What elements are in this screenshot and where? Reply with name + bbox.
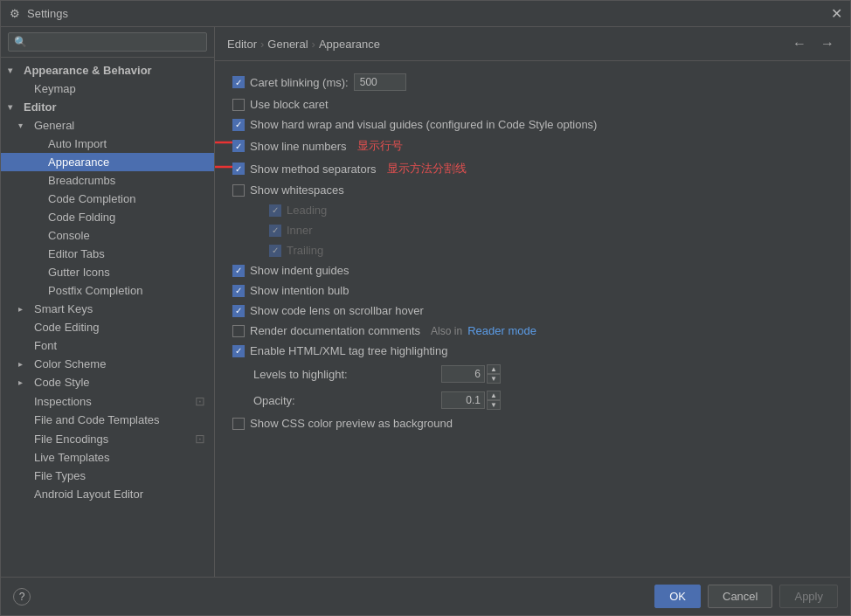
sidebar-item-font[interactable]: Font — [1, 336, 214, 355]
sidebar-item-inspections[interactable]: Inspections ⊡ — [1, 391, 214, 411]
spinner-down-levels[interactable]: ▼ — [487, 374, 501, 384]
sidebar-item-smart-keys[interactable]: ▸ Smart Keys — [1, 300, 214, 318]
spinner-levels-highlight: ▲ ▼ — [441, 364, 501, 384]
settings-content: Caret blinking (ms): Use block caret Sho… — [215, 61, 850, 577]
sidebar-item-file-encodings[interactable]: File Encodings ⊡ — [1, 429, 214, 448]
label-line-numbers: Show line numbers — [250, 140, 347, 153]
sidebar-item-editor-tabs[interactable]: Editor Tabs — [1, 245, 214, 263]
checkbox-css-color[interactable] — [232, 418, 245, 430]
checkbox-inner — [269, 225, 281, 237]
sidebar-item-label: Keymap — [34, 82, 207, 95]
sidebar-item-code-editing[interactable]: Code Editing — [1, 318, 214, 336]
sidebar-item-label: Code Style — [34, 376, 207, 389]
help-button[interactable]: ? — [13, 588, 31, 606]
sidebar-item-label: Console — [48, 229, 207, 242]
label-doc-comments: Render documentation comments — [250, 324, 420, 337]
sidebar-item-color-scheme[interactable]: ▸ Color Scheme — [1, 355, 214, 373]
expand-icon: ▸ — [18, 304, 32, 314]
sidebar-item-editor[interactable]: ▾ Editor — [1, 98, 214, 116]
sidebar-item-live-templates[interactable]: Live Templates — [1, 448, 214, 467]
setting-row-doc-comments: Render documentation comments Also in Re… — [232, 321, 833, 341]
ok-button[interactable]: OK — [654, 585, 701, 608]
setting-row-leading: Leading — [232, 200, 833, 220]
sidebar-item-code-style[interactable]: ▸ Code Style — [1, 373, 214, 391]
sidebar-item-label: Live Templates — [34, 451, 207, 464]
breadcrumb-sep2: › — [312, 38, 315, 51]
reader-mode-link[interactable]: Reader mode — [467, 324, 536, 337]
input-opacity[interactable] — [441, 391, 485, 409]
spinner-buttons-opacity: ▲ ▼ — [487, 391, 501, 410]
label-code-lens: Show code lens on scrollbar hover — [250, 304, 424, 317]
settings-window: ⚙ Settings ✕ ▾ Appearance & Behavior Key… — [0, 0, 851, 616]
spinner-opacity: ▲ ▼ — [441, 391, 501, 410]
checkbox-caret-blinking[interactable] — [232, 76, 245, 88]
label-intention-bulb: Show intention bulb — [250, 284, 349, 297]
setting-row-whitespaces: Show whitespaces — [232, 180, 833, 200]
sidebar-item-appearance[interactable]: Appearance — [1, 153, 214, 171]
titlebar: ⚙ Settings ✕ — [1, 1, 850, 27]
label-inner: Inner — [287, 224, 313, 237]
sidebar-item-android-layout-editor[interactable]: Android Layout Editor — [1, 485, 214, 503]
sidebar-item-label: File and Code Templates — [34, 413, 207, 426]
sidebar-item-keymap[interactable]: Keymap — [1, 80, 214, 98]
close-button[interactable]: ✕ — [829, 7, 843, 21]
sidebar-item-gutter-icons[interactable]: Gutter Icons — [1, 263, 214, 281]
expand-icon: ▾ — [8, 66, 22, 75]
sidebar-item-code-completion[interactable]: Code Completion — [1, 190, 214, 208]
sidebar-item-label: Code Completion — [48, 192, 207, 205]
setting-row-opacity: Opacity: ▲ ▼ — [232, 387, 833, 413]
cancel-button[interactable]: Cancel — [708, 585, 772, 608]
expand-icon: ▾ — [18, 121, 32, 130]
sidebar-item-label: Auto Import — [48, 137, 207, 150]
bottom-bar: ? OK Cancel Apply — [1, 577, 850, 615]
spinner-down-opacity[interactable]: ▼ — [487, 400, 501, 410]
sidebar-item-console[interactable]: Console — [1, 226, 214, 245]
spinner-up-opacity[interactable]: ▲ — [487, 391, 501, 400]
sidebar-item-general[interactable]: ▾ General — [1, 116, 214, 135]
spinner-buttons-levels: ▲ ▼ — [487, 364, 501, 384]
label-levels-highlight: Levels to highlight: — [253, 368, 348, 381]
window-icon: ⚙ — [8, 7, 22, 21]
badge-icon: ⊡ — [193, 432, 207, 446]
badge-icon: ⊡ — [193, 394, 207, 408]
main-content: ▾ Appearance & Behavior Keymap ▾ Editor … — [1, 27, 850, 577]
checkbox-code-lens[interactable] — [232, 305, 245, 317]
sidebar-item-postfix-completion[interactable]: Postfix Completion — [1, 281, 214, 300]
sidebar-item-label: Smart Keys — [34, 302, 207, 315]
sidebar-item-breadcrumbs[interactable]: Breadcrumbs — [1, 171, 214, 190]
main-panel: Editor › General › Appearance ← → Caret … — [215, 27, 850, 577]
setting-row-html-xml: Enable HTML/XML tag tree highlighting — [232, 341, 833, 361]
sidebar-item-label: Gutter Icons — [48, 266, 207, 279]
checkbox-intention-bulb[interactable] — [232, 285, 245, 297]
breadcrumb-back-button[interactable]: ← — [789, 34, 810, 53]
checkbox-doc-comments[interactable] — [232, 325, 245, 337]
checkbox-whitespaces[interactable] — [232, 184, 245, 197]
label-css-color: Show CSS color preview as background — [250, 417, 453, 430]
spinner-up-levels[interactable]: ▲ — [487, 364, 501, 374]
sidebar-item-label: Code Folding — [48, 211, 207, 224]
checkbox-leading — [269, 204, 281, 217]
input-caret-blinking[interactable] — [354, 73, 406, 91]
label-whitespaces: Show whitespaces — [250, 183, 344, 197]
expand-icon: ▸ — [18, 377, 32, 387]
checkbox-indent-guides[interactable] — [232, 265, 245, 277]
checkbox-html-xml[interactable] — [232, 345, 245, 357]
sidebar-item-code-folding[interactable]: Code Folding — [1, 208, 214, 226]
sidebar-item-file-code-templates[interactable]: File and Code Templates — [1, 411, 214, 429]
checkbox-block-caret[interactable] — [232, 99, 245, 111]
sidebar-item-auto-import[interactable]: Auto Import — [1, 135, 214, 153]
setting-row-caret-blinking: Caret blinking (ms): — [232, 70, 833, 94]
breadcrumb-appearance: Appearance — [319, 38, 380, 51]
sidebar-item-appearance-behavior[interactable]: ▾ Appearance & Behavior — [1, 61, 214, 80]
arrow-method-separators — [215, 154, 237, 180]
breadcrumb-forward-button[interactable]: → — [817, 34, 838, 53]
breadcrumb-nav: ← → — [789, 34, 838, 53]
breadcrumb-editor: Editor — [227, 38, 257, 51]
sidebar-item-file-types[interactable]: File Types — [1, 467, 214, 485]
search-input[interactable] — [8, 32, 207, 52]
input-levels-highlight[interactable] — [441, 365, 485, 383]
search-box — [1, 27, 214, 58]
sidebar-item-label: Inspections — [34, 395, 92, 408]
window-title: Settings — [27, 7, 829, 20]
chinese-label-method-separators: 显示方法分割线 — [387, 161, 467, 176]
